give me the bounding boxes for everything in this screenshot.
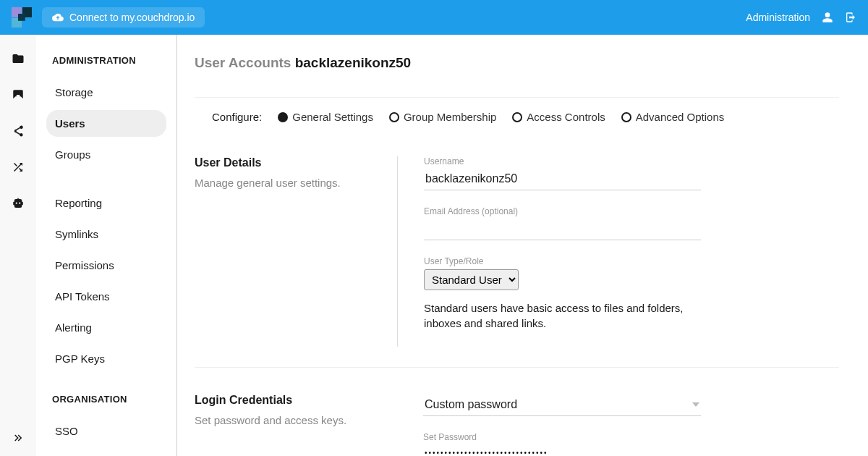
role-select[interactable]: Standard User: [424, 269, 519, 290]
tab-access-controls[interactable]: Access Controls: [512, 111, 605, 123]
folder-icon[interactable]: [12, 52, 25, 65]
sidebar-item-sso[interactable]: SSO: [46, 418, 166, 444]
password-method-select[interactable]: Custom password: [423, 394, 701, 416]
sidebar-item-reporting[interactable]: Reporting: [46, 190, 166, 216]
configure-label: Configure:: [212, 111, 262, 123]
topbar-right: Administration: [746, 12, 856, 23]
sidebar-item-api-tokens[interactable]: API Tokens: [46, 283, 166, 310]
section-description: Set password and access keys.: [195, 414, 383, 426]
set-password-label: Set Password: [423, 432, 701, 442]
sidebar-section-administration: ADMINISTRATION: [46, 55, 166, 66]
shuffle-icon[interactable]: [12, 161, 25, 174]
sidebar-item-users[interactable]: Users: [46, 110, 166, 137]
inbox-icon[interactable]: [12, 88, 25, 101]
divider: [195, 97, 839, 98]
tab-advanced-options[interactable]: Advanced Options: [621, 111, 725, 123]
radio-empty-icon: [389, 112, 399, 122]
email-label: Email Address (optional): [424, 206, 701, 216]
role-label: User Type/Role: [424, 256, 701, 266]
divider: [195, 367, 839, 368]
tab-label: Group Membership: [404, 111, 496, 123]
sidebar-item-permissions[interactable]: Permissions: [46, 252, 166, 279]
logo-icon: [12, 7, 32, 28]
connect-button[interactable]: Connect to my.couchdrop.io: [42, 7, 205, 28]
tab-label: Access Controls: [527, 111, 605, 123]
tab-label: Advanced Options: [636, 111, 725, 123]
sidebar-item-storage[interactable]: Storage: [46, 79, 166, 106]
user-icon[interactable]: [822, 12, 833, 23]
sidebar-item-groups[interactable]: Groups: [46, 141, 166, 168]
configure-tabs: Configure: General Settings Group Member…: [195, 111, 839, 123]
main-content: User Accounts backlazenikonz50 Configure…: [177, 35, 868, 456]
robot-icon[interactable]: [12, 197, 25, 210]
connect-label: Connect to my.couchdrop.io: [69, 12, 195, 23]
tab-label: General Settings: [292, 111, 373, 123]
icon-rail: [0, 35, 36, 456]
field-set-password: Set Password: [423, 432, 701, 456]
username-input[interactable]: [424, 169, 701, 190]
sidebar-item-domains[interactable]: Domains: [46, 449, 166, 456]
radio-filled-icon: [278, 112, 288, 122]
administration-link[interactable]: Administration: [746, 12, 810, 23]
page-title-prefix: User Accounts: [195, 55, 295, 70]
section-login-credentials: Login Credentials Set password and acces…: [195, 381, 839, 456]
tab-group-membership[interactable]: Group Membership: [389, 111, 496, 123]
section-title: Login Credentials: [195, 394, 383, 407]
role-help-text: Standard users have basic access to file…: [424, 300, 701, 331]
topbar: Connect to my.couchdrop.io Administratio…: [0, 0, 868, 35]
cloud-upload-icon: [52, 12, 64, 23]
password-input[interactable]: [423, 446, 701, 456]
chevron-down-icon: [692, 402, 699, 407]
sidebar-section-organisation: ORGANISATION: [46, 394, 166, 405]
field-email: Email Address (optional): [424, 206, 701, 240]
chevron-collapse-icon[interactable]: [12, 431, 25, 444]
username-label: Username: [424, 156, 701, 166]
section-title: User Details: [195, 156, 383, 169]
sidebar: ADMINISTRATION Storage Users Groups Repo…: [36, 35, 177, 456]
tab-general-settings[interactable]: General Settings: [278, 111, 373, 123]
share-icon[interactable]: [12, 124, 25, 138]
logout-icon[interactable]: [845, 12, 856, 23]
field-username: Username: [424, 156, 701, 190]
page-title: User Accounts backlazenikonz50: [195, 55, 839, 71]
section-description: Manage general user settings.: [195, 177, 383, 189]
section-user-details: User Details Manage general user setting…: [195, 143, 839, 367]
email-input[interactable]: [424, 219, 701, 240]
page-title-username: backlazenikonz50: [295, 55, 412, 70]
radio-empty-icon: [621, 112, 631, 122]
sidebar-item-alerting[interactable]: Alerting: [46, 314, 166, 341]
radio-empty-icon: [512, 112, 522, 122]
sidebar-item-pgp-keys[interactable]: PGP Keys: [46, 345, 166, 372]
password-method-value: Custom password: [425, 398, 517, 411]
field-role: User Type/Role Standard User Standard us…: [424, 256, 701, 331]
field-password-method: Custom password: [423, 394, 701, 416]
sidebar-item-symlinks[interactable]: Symlinks: [46, 221, 166, 248]
